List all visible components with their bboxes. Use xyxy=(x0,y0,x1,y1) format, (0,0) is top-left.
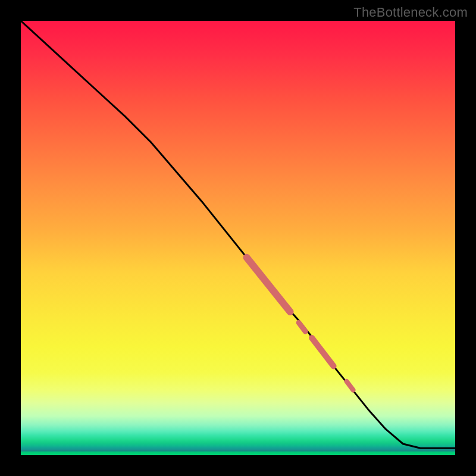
dot-1 xyxy=(299,322,305,331)
dot-2 xyxy=(347,381,353,390)
thick-segment-2 xyxy=(312,338,334,367)
thick-segment-1 xyxy=(247,258,290,312)
main-curve xyxy=(21,21,455,448)
chart-overlay xyxy=(21,21,455,455)
watermark-text: TheBottleneck.com xyxy=(353,5,468,20)
